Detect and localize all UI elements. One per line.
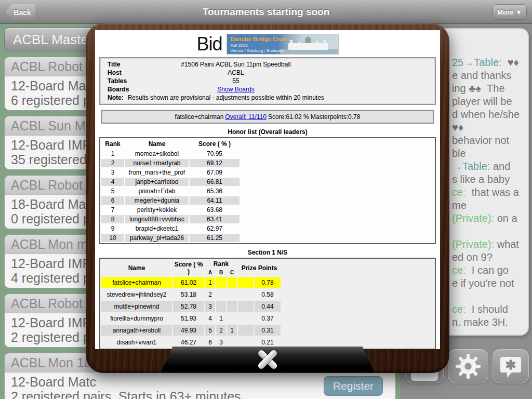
chat-text: ed on 9? [452,251,493,263]
section-rank-a: 6 [205,337,215,348]
chat-text: ing ♣♠ The [452,83,505,94]
more-button[interactable]: More ▼ [493,4,527,20]
chat-text: on a [494,212,517,224]
dialog-header: Bid Danube Bridge C [95,30,440,55]
info-label: Tables [100,77,150,85]
table-row: annagath+ersboll49.935210.31 [101,325,434,336]
table-row: fiorellla+dummypro51.93410.37 [101,313,434,324]
table-row: 2nurse1+martyrab69.12 [101,159,434,167]
section-header-b: B [216,269,226,276]
honor-score: 63.41 [190,215,240,223]
honor-name: peristy+kokiek [125,206,189,214]
section-filler [282,325,434,336]
chat-message: (Private): on a [452,212,526,225]
honor-filler [241,234,434,242]
section-header-a: A [205,269,215,276]
chat-message: e if you're not [452,277,526,290]
info-row-note: Note: Results shown are provisional - ad… [100,94,435,102]
honor-name: megerle+dgunia [125,196,189,205]
section-prize [238,289,254,300]
chat-sender-label: (Private): [452,212,494,224]
table-row: disash+vivan146.27630.21 [101,337,434,348]
gear-icon [455,353,481,379]
register-button[interactable]: Register [324,376,383,396]
section-rank-a: 2 [205,289,215,300]
info-value: Results shown are provisional - adjustme… [128,94,324,102]
section-prize [238,325,254,336]
section-points: 0.44 [255,301,281,312]
info-label: Host [100,69,150,77]
chat-text: d when he/she [452,109,520,120]
settings-button[interactable] [448,349,488,383]
section-prize [238,277,254,288]
danube-cruise-ad-banner[interactable]: Danube Bridge Cruise Fall 2013 Vienna / … [227,34,339,55]
section-score: 53.18 [173,289,204,300]
honor-score: 66.81 [190,178,240,186]
section-score: 51.93 [173,313,204,324]
close-button[interactable] [161,347,374,372]
honor-filler [241,159,434,167]
section-name: muttle+pinewind [101,301,172,312]
honor-rank: 4 [101,178,124,186]
chat-sender-label: 25→Table: [452,57,502,68]
table-row: 9brapid+dkeetc162.97 [101,224,434,233]
table-row: 8longnv888+vvvbhsc63.41 [101,215,434,223]
player-score-text: Score:61.02 % Masterpoints:0.78 [268,113,360,121]
honor-rank: 9 [101,224,124,233]
honor-filler [241,206,434,214]
honor-list-title: Honor list (Overall leaders) [95,128,440,136]
feedback-button[interactable] [493,349,529,383]
info-value: Show Boards [150,85,322,94]
top-navigation-bar: Back Tournaments starting soon More ▼ [0,0,532,24]
results-dialog-frame: Bid Danube Bridge C [86,23,449,373]
section-rank-a: 4 [205,313,215,324]
section-rank-c [227,277,237,288]
section-filler [282,301,434,312]
section-rank-a: 5 [205,325,215,336]
honor-rank: 6 [101,196,124,205]
honor-name: longnv888+vvvbhsc [125,215,189,223]
section-rank-a: 3 [205,301,215,312]
chat-text: I can go [466,264,509,276]
section-points: 0.58 [255,289,281,300]
honor-name: janpb+carrietoo [125,178,189,186]
section-header-c: C [227,269,237,276]
honor-rank: 10 [101,234,124,242]
honor-header-score: Score ( % ) [190,139,240,149]
honor-score: 69.12 [190,159,240,167]
honor-name: parkway_pl+tada26 [125,234,189,242]
honor-header-name: Name [125,139,189,149]
chat-message: ing ♣♠ The [452,82,526,95]
info-value: ACBL [150,69,322,77]
section-header-row: Name Score ( % ) Rank Prize Points [101,260,434,268]
chat-text: ♥♦ [502,57,519,68]
info-row-boards: Boards Show Boards [100,85,435,94]
honor-name: pninah+Edab [125,187,189,195]
section-rank-b: 2 [216,325,226,336]
section-filler [282,289,434,300]
section-score: 52.78 [173,301,204,312]
section-rank-b [216,301,226,312]
section-title: Section 1 N/S [95,249,440,256]
show-boards-link[interactable]: Show Boards [217,86,254,93]
honor-score: 67.09 [190,168,240,177]
honor-filler [241,150,434,158]
honor-filler [241,196,434,205]
chat-message: player will be [452,95,526,108]
chat-sender-label: →Table: [452,161,490,172]
section-points: 0.31 [255,325,281,336]
info-label: Title [100,60,150,69]
player-name: fatslice+chairman [175,113,224,121]
section-header-prize-points: Prize Points [238,260,281,276]
section-header-filler [282,260,434,276]
section-filler [282,313,434,324]
table-row: 10parkway_pl+tada2661.25 [101,234,434,242]
close-icon [254,346,281,373]
overall-rank-link[interactable]: Overall: 11/110 [225,113,267,121]
table-row: 3from_mars+the_prof67.09 [101,168,434,177]
honor-score: 62.97 [190,224,240,233]
section-rank-c [227,301,237,312]
table-row: 7peristy+kokiek63.68 [101,206,434,214]
table-row: 5pninah+Edab65.36 [101,187,434,195]
honor-score: 65.36 [190,187,240,195]
